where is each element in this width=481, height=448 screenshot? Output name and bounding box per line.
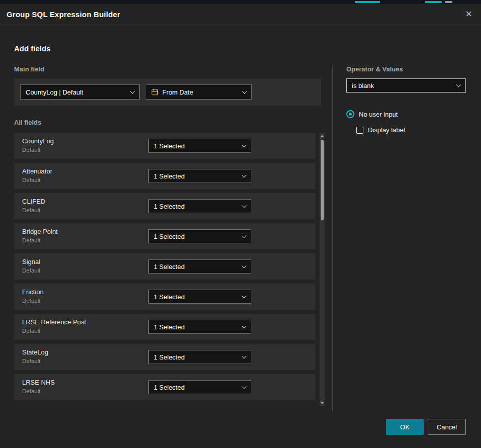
field-name: Bridge Point xyxy=(22,228,58,235)
field-selected-value: 1 Selected xyxy=(154,293,184,301)
dialog-title: Group SQL Expression Builder xyxy=(7,4,120,25)
ok-button[interactable]: OK xyxy=(386,419,424,435)
field-selected-dropdown[interactable]: 1 Selected xyxy=(148,229,251,243)
field-subtitle: Default xyxy=(22,237,58,243)
chevron-down-icon xyxy=(242,203,247,208)
field-selected-value: 1 Selected xyxy=(154,142,184,150)
main-source-value: CountyLog | Default xyxy=(26,88,83,96)
chevron-down-icon xyxy=(242,88,247,94)
field-row: Signal Default 1 Selected xyxy=(14,253,315,280)
field-row-text: Bridge Point Default xyxy=(22,228,58,243)
field-row-text: CLIFED Default xyxy=(22,198,45,213)
display-label-checkbox[interactable] xyxy=(356,127,363,134)
field-selected-value: 1 Selected xyxy=(154,203,184,210)
field-name: Attenuator xyxy=(22,167,52,175)
main-field-dropdown[interactable]: From Date xyxy=(146,84,252,100)
calendar-icon xyxy=(151,88,158,96)
field-selected-value: 1 Selected xyxy=(154,353,184,361)
chevron-down-icon xyxy=(242,233,247,238)
field-name: Friction xyxy=(22,288,44,296)
field-selected-value: 1 Selected xyxy=(154,323,184,331)
display-label-label: Display label xyxy=(368,126,405,134)
display-label-option[interactable]: Display label xyxy=(356,126,405,134)
field-selected-dropdown[interactable]: 1 Selected xyxy=(148,380,251,394)
all-fields-list: CountyLog Default 1 Selected Attenuator … xyxy=(14,133,315,400)
field-name: StateLog xyxy=(22,348,48,356)
main-field-label: Main field xyxy=(14,65,44,73)
field-selected-dropdown[interactable]: 1 Selected xyxy=(148,259,251,274)
background-app-strip xyxy=(0,0,481,4)
field-selected-value: 1 Selected xyxy=(154,233,184,240)
background-artifact xyxy=(425,1,442,3)
group-sql-expression-builder-dialog: Group SQL Expression Builder × Add field… xyxy=(0,4,481,448)
chevron-down-icon xyxy=(242,142,247,147)
vertical-divider xyxy=(332,65,333,412)
field-selected-dropdown[interactable]: 1 Selected xyxy=(148,139,251,153)
scrollbar-down-arrow-icon[interactable] xyxy=(320,402,324,404)
field-subtitle: Default xyxy=(22,207,45,213)
field-subtitle: Default xyxy=(22,358,48,364)
scrollbar-up-arrow-icon[interactable] xyxy=(320,135,324,137)
operator-dropdown[interactable]: is blank xyxy=(346,78,466,93)
chevron-down-icon xyxy=(242,172,247,177)
field-selected-dropdown[interactable]: 1 Selected xyxy=(148,199,251,213)
dialog-header: Group SQL Expression Builder × xyxy=(0,4,481,25)
chevron-down-icon xyxy=(242,353,247,359)
main-source-dropdown[interactable]: CountyLog | Default xyxy=(20,84,140,100)
no-user-input-option[interactable]: No user input xyxy=(346,110,398,118)
field-row-text: Signal Default xyxy=(22,258,40,274)
field-row: CountyLog Default 1 Selected xyxy=(14,133,315,159)
scrollbar-thumb[interactable] xyxy=(321,140,324,220)
field-selected-dropdown[interactable]: 1 Selected xyxy=(148,350,251,364)
chevron-down-icon xyxy=(242,384,247,389)
field-name: CountyLog xyxy=(22,137,54,145)
field-selected-value: 1 Selected xyxy=(154,263,184,271)
all-fields-label: All fields xyxy=(14,119,41,126)
field-selected-value: 1 Selected xyxy=(154,172,184,180)
no-user-input-radio[interactable] xyxy=(346,110,354,118)
field-selected-dropdown[interactable]: 1 Selected xyxy=(148,320,251,334)
field-row: Bridge Point Default 1 Selected xyxy=(14,223,315,249)
field-selected-value: 1 Selected xyxy=(154,384,184,391)
field-row: Attenuator Default 1 Selected xyxy=(14,163,315,189)
chevron-down-icon xyxy=(242,323,247,328)
field-subtitle: Default xyxy=(22,298,44,304)
field-selected-dropdown[interactable]: 1 Selected xyxy=(148,290,251,304)
field-row: LRSE Reference Post Default 1 Selected xyxy=(14,314,315,340)
field-name: LRSE NHS xyxy=(22,379,55,386)
chevron-down-icon xyxy=(242,293,247,298)
field-subtitle: Default xyxy=(22,147,54,153)
chevron-down-icon xyxy=(242,263,247,268)
cancel-button[interactable]: Cancel xyxy=(428,419,466,435)
field-row-text: StateLog Default xyxy=(22,348,48,364)
field-row: Friction Default 1 Selected xyxy=(14,284,315,310)
background-artifact xyxy=(355,1,380,3)
background-artifact xyxy=(445,1,452,3)
field-row-text: Attenuator Default xyxy=(22,167,52,183)
main-field-value: From Date xyxy=(162,88,193,96)
chevron-down-icon xyxy=(456,82,461,87)
add-fields-heading: Add fields xyxy=(14,44,51,53)
chevron-down-icon xyxy=(130,88,135,94)
field-row-text: LRSE Reference Post Default xyxy=(22,318,86,334)
field-selected-dropdown[interactable]: 1 Selected xyxy=(148,169,251,183)
field-name: LRSE Reference Post xyxy=(22,318,86,326)
field-row-text: CountyLog Default xyxy=(22,137,54,153)
field-subtitle: Default xyxy=(22,328,86,334)
scrollbar[interactable] xyxy=(320,133,325,406)
field-subtitle: Default xyxy=(22,388,55,394)
close-icon[interactable]: × xyxy=(463,8,474,21)
field-row: CLIFED Default 1 Selected xyxy=(14,193,315,219)
no-user-input-label: No user input xyxy=(359,111,398,118)
field-subtitle: Default xyxy=(22,267,40,274)
field-row-text: Friction Default xyxy=(22,288,44,304)
field-subtitle: Default xyxy=(22,177,52,183)
operator-value: is blank xyxy=(352,82,374,89)
field-row-text: LRSE NHS Default xyxy=(22,379,55,394)
main-field-panel: CountyLog | Default From Date xyxy=(14,78,321,106)
operator-values-label: Operator & Values xyxy=(346,65,403,73)
field-name: Signal xyxy=(22,258,40,265)
field-row: LRSE NHS Default 1 Selected xyxy=(14,374,315,400)
field-row: StateLog Default 1 Selected xyxy=(14,344,315,370)
screen: Group SQL Expression Builder × Add field… xyxy=(0,0,481,448)
